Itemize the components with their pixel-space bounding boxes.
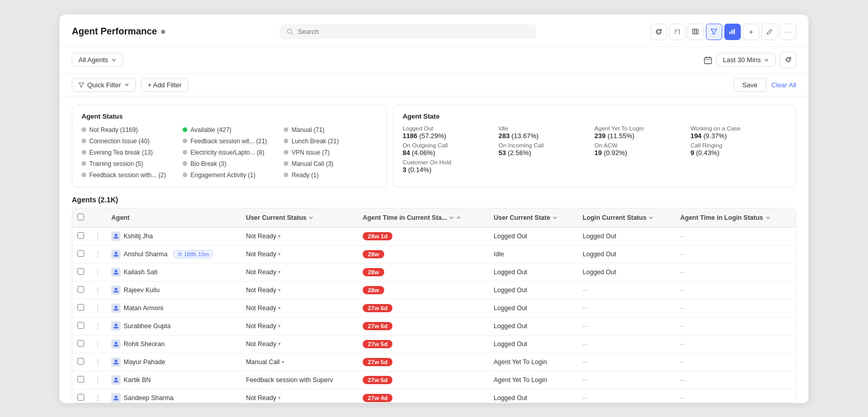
- row-checkbox[interactable]: [77, 250, 84, 257]
- add-button[interactable]: +: [743, 24, 759, 40]
- row-checkbox[interactable]: [77, 322, 84, 329]
- clear-all-button[interactable]: Clear All: [772, 81, 796, 89]
- state-label: On Incoming Call: [499, 142, 595, 148]
- columns-button[interactable]: [687, 24, 704, 40]
- agent-name: Rajeev Kullu: [124, 287, 160, 294]
- svg-point-29: [114, 288, 117, 290]
- agent-status-item: Electricity issue/Lapto... (8): [183, 148, 275, 157]
- row-menu-cell[interactable]: ⋮: [89, 353, 106, 371]
- row-checkbox[interactable]: [77, 232, 84, 239]
- refresh-button[interactable]: [650, 24, 667, 40]
- toolbar-icons: + ···: [650, 24, 796, 40]
- sort-button[interactable]: [669, 24, 685, 40]
- chevron-down-icon[interactable]: ▾: [278, 251, 281, 257]
- quick-filter-button[interactable]: Quick Filter: [72, 78, 136, 92]
- time-badge: 28w: [363, 250, 384, 258]
- svg-point-39: [114, 377, 117, 380]
- row-checkbox-cell: [72, 299, 89, 317]
- search-input[interactable]: [298, 28, 529, 35]
- agent-name-cell: Matan Armoni: [106, 299, 241, 317]
- status-label: Connection Issue (40): [89, 138, 149, 145]
- bar-chart-button[interactable]: [724, 24, 741, 40]
- svg-point-19: [114, 234, 117, 236]
- save-button[interactable]: Save: [734, 78, 766, 92]
- row-checkbox-cell: [72, 335, 89, 353]
- th-user-current-state: User Current State: [488, 208, 578, 228]
- row-menu-cell[interactable]: ⋮: [89, 335, 106, 353]
- agent-name-cell: Kailash Sati: [106, 263, 241, 281]
- all-agents-dropdown[interactable]: All Agents: [72, 53, 123, 67]
- date-range-dropdown[interactable]: Last 30 Mins: [716, 53, 776, 67]
- table-row: ⋮Rohit SheoranNot Ready▾27w 5dLogged Out…: [72, 335, 796, 353]
- login-time-val: --: [680, 251, 684, 258]
- row-checkbox[interactable]: [77, 286, 84, 293]
- agent-name: Sandeep Sharma: [124, 394, 173, 402]
- chevron-down-icon[interactable]: ▾: [278, 341, 281, 347]
- login-current-status-cell: Logged Out: [578, 245, 675, 263]
- time-badge: 27w 6d: [363, 322, 392, 330]
- agent-name-cell: Surabhee Gupta: [106, 317, 241, 335]
- th-user-current-status: User Current Status: [241, 208, 358, 228]
- svg-rect-26: [114, 273, 119, 274]
- chevron-down-icon[interactable]: ▾: [278, 233, 281, 239]
- user-current-status-cell: Manual Call▾: [241, 353, 358, 371]
- row-checkbox[interactable]: [77, 358, 84, 365]
- state-value: 194 (9.37%): [691, 132, 786, 140]
- user-current-status-cell: Not Ready▾: [241, 389, 358, 403]
- chevron-down-icon[interactable]: ▾: [278, 287, 281, 293]
- filter-active-button[interactable]: [706, 24, 722, 40]
- status-label: Manual Call (3): [291, 160, 333, 167]
- status-label: Engagement Activity (1): [190, 172, 255, 179]
- refresh-time-button[interactable]: [780, 52, 796, 68]
- row-menu-cell[interactable]: ⋮: [89, 263, 106, 281]
- dash-val: --: [583, 323, 587, 330]
- th-checkbox: [72, 208, 89, 228]
- login-current-status-cell: --: [578, 281, 675, 299]
- timer-badge: 188h 10m: [173, 250, 213, 258]
- agent-state-item: On Incoming Call53 (2.56%): [499, 142, 595, 157]
- status-label: Available (427): [190, 126, 231, 134]
- edit-button[interactable]: [761, 24, 778, 40]
- agent-time-badge-cell: 27w 6d: [358, 299, 488, 317]
- table-row: ⋮Kartik BNFeedback session with Superv27…: [72, 371, 796, 389]
- login-current-status-cell: --: [578, 353, 675, 371]
- chevron-down-icon[interactable]: ▾: [278, 269, 281, 275]
- agent-state-grid: Logged Out1186 (57.29%)Idle283 (13.67%)A…: [403, 125, 786, 174]
- row-checkbox-cell: [72, 263, 89, 281]
- state-label: On ACW: [595, 142, 691, 148]
- row-checkbox-cell: [72, 371, 89, 389]
- status-text: Not Ready: [246, 287, 276, 294]
- row-checkbox[interactable]: [77, 304, 84, 311]
- row-menu-cell[interactable]: ⋮: [89, 299, 106, 317]
- agent-state-item: Call Ringing9 (0.43%): [691, 142, 786, 157]
- agent-icon: [111, 321, 121, 331]
- agent-name-cell: Sandeep Sharma: [106, 389, 241, 403]
- row-menu-cell[interactable]: ⋮: [89, 245, 106, 263]
- login-current-status-cell: --: [578, 371, 675, 389]
- chevron-down-icon[interactable]: ▾: [278, 395, 281, 401]
- chevron-down-icon[interactable]: ▾: [278, 305, 281, 311]
- svg-point-31: [114, 306, 117, 308]
- row-checkbox[interactable]: [77, 376, 84, 383]
- row-checkbox[interactable]: [77, 268, 84, 275]
- agents-table: Agent User Current Status Agent Time in …: [72, 208, 796, 403]
- dash-val: --: [583, 376, 587, 384]
- row-menu-cell[interactable]: ⋮: [89, 371, 106, 389]
- agent-status-item: Training session (5): [82, 159, 174, 168]
- row-menu-cell[interactable]: ⋮: [89, 389, 106, 403]
- login-time-val: --: [680, 376, 684, 384]
- row-menu-cell[interactable]: ⋮: [89, 227, 106, 245]
- row-menu-cell[interactable]: ⋮: [89, 317, 106, 335]
- agent-icon: [111, 232, 121, 241]
- more-button[interactable]: ···: [780, 24, 796, 40]
- row-menu-cell[interactable]: ⋮: [89, 281, 106, 299]
- select-all-checkbox[interactable]: [77, 214, 84, 220]
- chevron-down-icon[interactable]: ▾: [278, 323, 281, 329]
- login-current-status-cell: Logged Out: [578, 263, 675, 281]
- login-time-val: --: [680, 287, 684, 294]
- row-checkbox[interactable]: [77, 394, 84, 401]
- chevron-down-icon[interactable]: ▾: [282, 359, 284, 365]
- row-checkbox[interactable]: [77, 340, 84, 347]
- add-filter-button[interactable]: + Add Filter: [141, 78, 188, 92]
- agent-name: Surabhee Gupta: [124, 323, 171, 330]
